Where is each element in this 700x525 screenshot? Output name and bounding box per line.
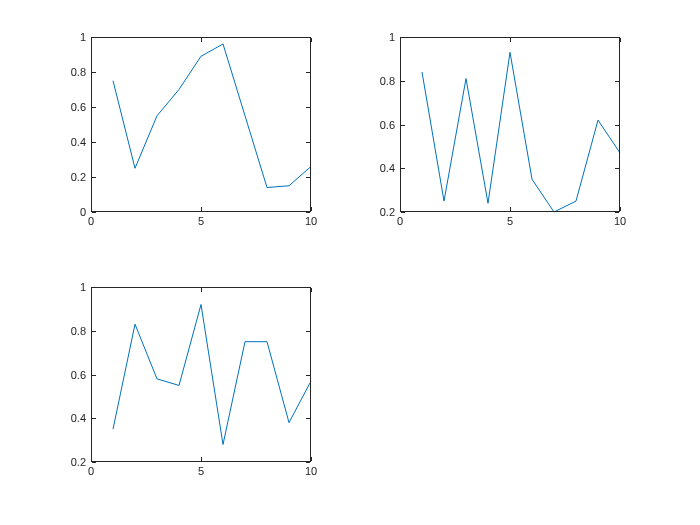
ytick-mark [401,168,405,169]
xtick-mark [620,207,621,211]
xtick-label: 10 [305,215,317,227]
xtick-label: 5 [198,215,204,227]
xtick-mark [311,38,312,42]
figure: 051000.20.40.60.81 05100.20.40.60.81 051… [0,0,700,525]
axes-box [91,37,311,212]
xtick-mark [201,457,202,461]
xtick-mark [510,207,511,211]
ytick-mark [306,107,310,108]
ytick-label: 0.4 [380,162,395,174]
ytick-mark [306,72,310,73]
xtick-label: 10 [305,465,317,477]
ytick-mark [92,37,96,38]
ytick-mark [306,418,310,419]
ytick-mark [401,81,405,82]
ytick-label: 0.2 [380,206,395,218]
ytick-mark [92,418,96,419]
xtick-mark [91,288,92,292]
xtick-label: 5 [507,215,513,227]
ytick-label: 1 [389,31,395,43]
ytick-mark [92,107,96,108]
xtick-mark [311,457,312,461]
ytick-label: 1 [80,281,86,293]
xtick-mark [400,38,401,42]
ytick-label: 0.6 [71,101,86,113]
ytick-label: 0.8 [380,75,395,87]
ytick-mark [615,212,619,213]
ytick-mark [92,331,96,332]
xtick-label: 0 [397,215,403,227]
xtick-mark [91,207,92,211]
xtick-mark [311,288,312,292]
ytick-mark [306,142,310,143]
ytick-mark [401,125,405,126]
ytick-label: 0.2 [71,171,86,183]
ytick-label: 1 [80,31,86,43]
ytick-mark [92,72,96,73]
xtick-label: 5 [198,465,204,477]
ytick-mark [306,287,310,288]
ytick-mark [306,331,310,332]
xtick-mark [400,207,401,211]
ytick-label: 0.6 [71,369,86,381]
ytick-mark [92,375,96,376]
ytick-mark [306,177,310,178]
ytick-mark [92,212,96,213]
ytick-mark [615,168,619,169]
ytick-mark [92,142,96,143]
xtick-mark [91,38,92,42]
ytick-mark [92,287,96,288]
ytick-mark [92,462,96,463]
ytick-mark [401,37,405,38]
xtick-mark [311,207,312,211]
axes-box [400,37,620,212]
ytick-label: 0.4 [71,136,86,148]
subplot-1: 051000.20.40.60.81 [91,37,311,212]
subplot-3: 05100.20.40.60.81 [91,287,311,462]
ytick-label: 0.2 [71,456,86,468]
ytick-mark [615,37,619,38]
ytick-label: 0 [80,206,86,218]
xtick-mark [201,38,202,42]
ytick-label: 0.8 [71,325,86,337]
xtick-mark [620,38,621,42]
ytick-mark [615,125,619,126]
ytick-mark [306,375,310,376]
xtick-mark [91,457,92,461]
ytick-mark [306,37,310,38]
subplot-2: 05100.20.40.60.81 [400,37,620,212]
xtick-label: 10 [614,215,626,227]
ytick-label: 0.4 [71,412,86,424]
ytick-mark [401,212,405,213]
axes-box [91,287,311,462]
ytick-mark [615,81,619,82]
xtick-mark [201,288,202,292]
ytick-mark [306,212,310,213]
ytick-mark [92,177,96,178]
xtick-label: 0 [88,215,94,227]
xtick-mark [201,207,202,211]
ytick-label: 0.8 [71,66,86,78]
ytick-label: 0.6 [380,119,395,131]
ytick-mark [306,462,310,463]
xtick-mark [510,38,511,42]
xtick-label: 0 [88,465,94,477]
